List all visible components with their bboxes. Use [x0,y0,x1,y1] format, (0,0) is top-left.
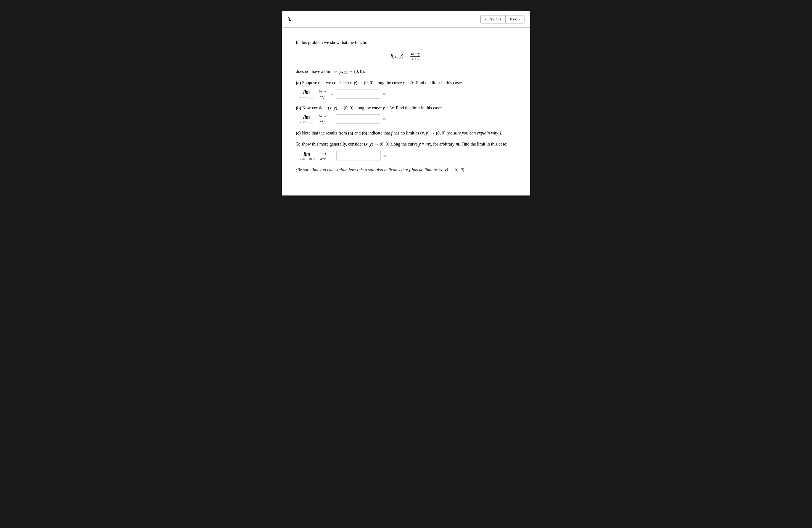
part-c-text1: (c) Note that the results from (a) and (… [296,129,516,137]
nav-buttons: ‹ Previous Next › [480,15,524,24]
part-b-frac-den: x+y [319,119,325,124]
part-a-text: (a) Suppose that we consider (x, y) → (0… [296,79,516,86]
part-c-input[interactable] [336,151,381,160]
part-a-label: (a) [296,80,301,85]
part-b-input[interactable] [336,114,380,124]
part-b-pencil-icon[interactable]: ✏ [383,116,387,121]
after-formula-text: does not have a limit as (x, y) → (0, 0)… [296,68,516,75]
part-b-equals: = [330,116,333,122]
part-b-lim-word: lim [303,114,310,120]
part-c-limit-expr: lim (x,mx)→(0,0) [299,151,315,160]
part-a-equals: = [330,91,333,97]
part-b-block: (b) Now consider (x, y) → (0, 0) along t… [296,104,516,124]
part-c-frac-den: x+y [320,156,326,161]
part-a-frac-num: 6x−y [318,89,326,94]
next-button[interactable]: Next › [505,15,524,24]
part-c-pencil-icon[interactable]: ✏ [383,153,387,159]
main-fraction: 6x − y x + y [410,52,420,61]
formula-text: f(x, y) = 6x − y x + y [391,53,421,59]
part-b-limit-expr: lim (x,3x)→(0,0) [299,114,314,123]
part-c-lim-subscript: (x,mx)→(0,0) [299,157,315,160]
part-a-limit-row: lim (x,2x)→(0,0) 6x−y x+y = ✏ [299,89,516,99]
part-b-frac-num: 6x−y [318,114,326,119]
part-a-fraction: 6x−y x+y [318,89,326,99]
part-b-lim-subscript: (x,3x)→(0,0) [299,120,314,123]
part-c-equals: = [331,153,334,159]
part-a-frac-den: x+y [319,94,325,99]
part-c-fraction: 6x−y x+y [319,151,327,161]
part-b-label: (b) [296,105,301,110]
part-b-limit-row: lim (x,3x)→(0,0) 6x−y x+y = ✏ [299,114,516,124]
part-c-block: (c) Note that the results from (a) and (… [296,129,516,173]
main-formula: f(x, y) = 6x − y x + y [296,52,516,61]
part-a-block: (a) Suppose that we consider (x, y) → (0… [296,79,516,99]
part-a-lim-word: lim [303,89,310,95]
part-a-lim-subscript: (x,2x)→(0,0) [299,95,314,99]
part-b-fraction: 6x−y x+y [318,114,326,124]
part-c-text2: To show this more generally, consider (x… [296,140,516,148]
content-area: In this problem we show that the functio… [282,28,530,195]
intro-text: In this problem we show that the functio… [296,39,516,46]
main-fraction-denominator: x + y [411,57,419,61]
part-c-italic-note: (Be sure that you can explain how this r… [296,166,516,173]
part-a-input[interactable] [336,89,380,99]
part-c-limit-row: lim (x,mx)→(0,0) 6x−y x+y = ✏ [299,151,516,161]
part-c-lim-word: lim [304,151,310,157]
part-b-text: (b) Now consider (x, y) → (0, 0) along t… [296,104,516,112]
part-c-label: (c) [296,131,301,135]
part-a-limit-expr: lim (x,2x)→(0,0) [299,89,314,99]
problem-number: 3. [288,17,291,23]
main-fraction-numerator: 6x − y [410,52,420,57]
problem-container: 3. ‹ Previous Next › In this problem we … [282,11,530,195]
part-c-frac-num: 6x−y [319,151,327,156]
header: 3. ‹ Previous Next › [282,11,530,28]
previous-button[interactable]: ‹ Previous [480,15,505,24]
part-a-pencil-icon[interactable]: ✏ [383,91,387,97]
